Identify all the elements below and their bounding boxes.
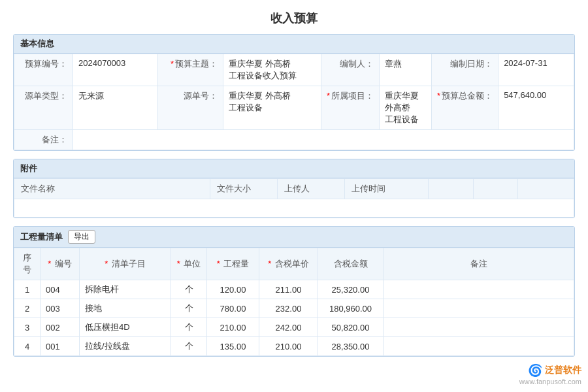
edit-date-label: 编制日期： [432,54,498,86]
eng-col-unit: * 单位 [171,248,207,280]
table-row: 1 004 拆除电杆 个 120.00 211.00 25,320.00 [14,280,574,299]
eng-col-amount: 含税金额 [318,248,384,280]
cell-code: 002 [41,318,80,337]
project-label: *所属项目： [321,86,380,130]
cell-amount: 180,960.00 [318,299,384,318]
cell-code: 001 [41,337,80,356]
source-single-value: 重庆华夏 外高桥工程设备 [223,86,321,130]
cell-remark [384,299,574,318]
eng-col-code: * 编号 [41,248,80,280]
table-row: 3 002 低压横担4D 个 210.00 242.00 50,820.00 [14,318,574,337]
watermark-icon: 🌀 泛普软件 [519,363,581,378]
cell-remark [384,318,574,337]
table-row: 4 001 拉线/拉线盘 个 135.00 210.00 28,350.00 [14,337,574,356]
source-single-label: 源单号： [158,86,223,130]
engineering-section: 工程量清单 导出 序号 * 编号 * 清单子目 * 单位 * 工程量 [13,226,575,357]
attach-empty-row [14,199,574,218]
attach-col-size: 文件大小 [210,179,277,199]
total-amount-value: 547,640.00 [498,86,574,130]
cell-item: 拉线/拉线盘 [80,337,171,356]
cell-seq: 3 [14,318,41,337]
watermark: 🌀 泛普软件 www.fanpusoft.com [519,363,581,385]
eng-col-item: * 清单子目 [80,248,171,280]
cell-item: 接地 [80,299,171,318]
export-button[interactable]: 导出 [68,230,95,244]
cell-seq: 2 [14,299,41,318]
source-type-value: 无来源 [73,86,158,130]
cell-unit: 个 [171,280,207,299]
brand-name: 泛普软件 [545,365,581,376]
required-star2: * [327,91,330,101]
engineering-label: 工程量清单 [20,231,63,243]
basic-info-header: 基本信息 [14,35,574,54]
cell-seq: 1 [14,280,41,299]
attach-col-filename: 文件名称 [14,179,210,199]
cell-code: 003 [41,299,80,318]
attachments-section: 附件 文件名称 文件大小 上传人 上传时间 [13,159,575,218]
table-row: 2 003 接地 个 780.00 232.00 180,960.00 [14,299,574,318]
page-title: 收入预算 [13,10,575,26]
cell-amount: 50,820.00 [318,318,384,337]
cell-quantity: 120.00 [207,280,259,299]
info-table: 预算编号： 2024070003 *预算主题： 重庆华夏 外高桥工程设备收入预算… [14,54,574,150]
cell-quantity: 210.00 [207,318,259,337]
cell-remark [384,337,574,356]
attach-col-op2 [473,179,518,199]
budget-no-label: 预算编号： [14,54,73,86]
cell-unit: 个 [171,337,207,356]
engineering-header: 工程量清单 导出 [14,227,574,248]
watermark-url: www.fanpusoft.com [519,378,581,385]
eng-col-remark: 备注 [384,248,574,280]
engineering-body: 序号 * 编号 * 清单子目 * 单位 * 工程量 * 含税单价 [14,248,574,356]
eng-col-seq: 序号 [14,248,41,280]
cell-remark [384,280,574,299]
budget-theme-value: 重庆华夏 外高桥工程设备收入预算 [223,54,321,86]
cell-unit: 个 [171,299,207,318]
eng-col-quantity: * 工程量 [207,248,259,280]
cell-amount: 28,350.00 [318,337,384,356]
remark-label: 备注： [14,130,73,150]
attachments-header: 附件 [14,159,574,178]
total-amount-label: *预算总金额： [432,86,498,130]
cell-quantity: 135.00 [207,337,259,356]
attach-col-op3 [518,179,574,199]
remark-value [73,130,574,150]
attach-col-uploader: 上传人 [277,179,344,199]
attach-col-time: 上传时间 [344,179,429,199]
project-value: 重庆华夏 外高桥工程设备 [380,86,432,130]
attach-table: 文件名称 文件大小 上传人 上传时间 [14,178,574,218]
cell-unit-price: 210.00 [259,337,318,356]
attachments-body: 文件名称 文件大小 上传人 上传时间 [14,178,574,218]
cell-unit-price: 232.00 [259,299,318,318]
edit-date-value: 2024-07-31 [498,54,574,86]
editor-value: 章燕 [380,54,432,86]
basic-info-section: 基本信息 预算编号： 2024070003 *预算主题： 重庆华夏 外高桥工程设… [13,34,575,151]
cell-unit-price: 211.00 [259,280,318,299]
basic-info-body: 预算编号： 2024070003 *预算主题： 重庆华夏 外高桥工程设备收入预算… [14,54,574,150]
cell-unit-price: 242.00 [259,318,318,337]
cell-quantity: 780.00 [207,299,259,318]
budget-theme-label: *预算主题： [158,54,223,86]
attach-col-op1 [429,179,474,199]
cell-item: 拆除电杆 [80,280,171,299]
budget-no-value: 2024070003 [73,54,158,86]
cell-code: 004 [41,280,80,299]
cell-seq: 4 [14,337,41,356]
source-type-label: 源单类型： [14,86,73,130]
attach-empty-cell [14,199,574,218]
editor-label: 编制人： [321,54,380,86]
engineering-table: 序号 * 编号 * 清单子目 * 单位 * 工程量 * 含税单价 [14,248,574,356]
cell-unit: 个 [171,318,207,337]
required-star3: * [437,91,440,101]
cell-item: 低压横担4D [80,318,171,337]
required-star: * [171,59,174,69]
cell-amount: 25,320.00 [318,280,384,299]
eng-col-unit-price: * 含税单价 [259,248,318,280]
